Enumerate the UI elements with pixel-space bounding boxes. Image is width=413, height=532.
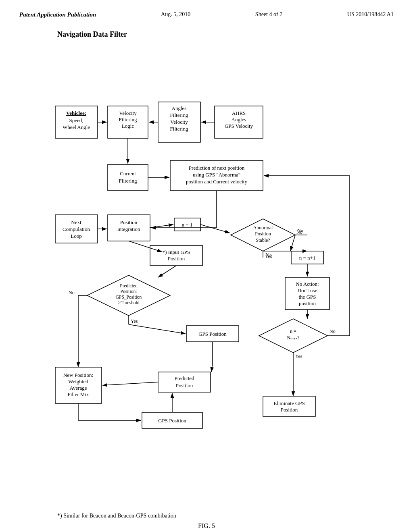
yes-text-pred: Yes: [131, 318, 138, 324]
pred-diamond-label4: >Threshold: [118, 300, 139, 305]
angles-label4: Filtering: [170, 126, 188, 132]
nmax-label2: Nₘₐₓ?: [287, 335, 300, 341]
flowchart-svg: Vehiclee: Speed, Wheel Angle Velocity Fi…: [33, 44, 380, 507]
vehiclee-label: Vehiclee:: [66, 110, 86, 116]
angles-label2: Filtering: [170, 112, 188, 118]
pos-int-label1: Position: [120, 219, 138, 225]
publication-date: Aug. 5, 2010: [161, 11, 190, 18]
no-action-label4: position: [299, 300, 316, 306]
publication-title: Patent Application Publication: [19, 11, 96, 18]
new-pos-label3: Average: [69, 385, 87, 391]
velocity-label2: Filtering: [119, 116, 137, 123]
yes-text-abnormal: Yes: [265, 254, 272, 259]
current-label2: Filtering: [119, 178, 137, 184]
sheet-number: Sheet 4 of 7: [255, 11, 282, 18]
pred-diamond-label3: GPS_Position: [116, 295, 142, 299]
angles-label3: Velocity: [170, 119, 188, 125]
nmax-label1: n =: [290, 328, 296, 334]
no-action-label2: Don't use: [298, 287, 317, 293]
no-text-abnormal: No: [296, 229, 302, 235]
gps-bot-label: GPS Position: [158, 418, 186, 424]
current-label1: Current: [120, 170, 136, 177]
arrow-gpspos-predpos: [211, 364, 213, 372]
arrow-inputgps-preddiamond: [158, 266, 176, 277]
vehiclee-wheel: Wheel Angle: [63, 124, 90, 130]
pred-diamond-label2: Position:: [121, 289, 137, 294]
pred-pos-label1: Predicted: [174, 375, 194, 381]
new-pos-label1: New Position:: [63, 372, 93, 378]
abnormal-label3: Stable?: [256, 237, 270, 243]
next-label1: Next: [71, 219, 81, 225]
velocity-label1: Velocity: [119, 110, 137, 116]
no-action-label1: No Action:: [296, 281, 319, 287]
input-gps-label1: *) Input GPS: [163, 249, 190, 255]
pred-label3: position and Current velocity: [186, 179, 248, 185]
fig-label: FIG. 5: [33, 522, 380, 530]
no-action-label3: the GPS: [299, 294, 316, 300]
diagram-area: Navigation Data Filter Vehiclee: Speed, …: [33, 30, 380, 494]
next-label2: Compulation: [63, 226, 90, 232]
pos-int-label2: Integration: [117, 226, 140, 232]
pred-pos-label2: Position: [176, 382, 193, 389]
patent-number: US 2010/198442 A1: [347, 11, 394, 18]
pred-label1: Prediction of next position: [189, 165, 245, 171]
arrow-abnormal-nplus1: [290, 235, 295, 251]
new-pos-label4: Filter Mix: [67, 391, 89, 397]
vehiclee-speed: Speed,: [69, 117, 83, 123]
no-text-nmax: No: [330, 328, 336, 334]
abnormal-label1: Abnormal: [253, 225, 273, 231]
new-pos-label2: Weighted: [68, 378, 88, 384]
diagram-title: Navigation Data Filter: [57, 30, 380, 39]
arrow-predpos-newpos: [102, 382, 158, 385]
abnormal-label2: Position: [255, 231, 271, 237]
angles-label1: Angles: [172, 105, 187, 111]
ahrs-label3: GPS Velocity: [225, 123, 253, 129]
eliminate-gps-box: [263, 396, 315, 416]
input-gps-label2: Position: [168, 256, 185, 262]
arrow-yes-gpspos: [129, 324, 186, 334]
yes-text-nmax: Yes: [295, 353, 302, 359]
no-text-pred: No: [69, 290, 75, 295]
elim-label1: Eliminate GPS: [273, 400, 305, 406]
next-label3: Loop: [71, 233, 81, 239]
arrow-n1-abnormal: [200, 224, 230, 233]
pred-label2: using GPS "Abnorma": [193, 172, 240, 178]
ahrs-label2: Angles: [232, 116, 246, 123]
elim-label2: Position: [281, 407, 298, 413]
footnote: *) Similar for Beacon and Beacon-GPS com…: [57, 513, 380, 519]
velocity-label3: Logic: [122, 123, 134, 129]
pred-diamond-label1: Predicted: [120, 283, 138, 288]
n-plus-1-label: n = n+1: [299, 255, 316, 261]
gps-mid-label: GPS Position: [198, 331, 227, 337]
ahrs-label1: AHRS: [232, 110, 246, 116]
n1-label: n = 1: [182, 222, 193, 228]
arrow-posint-n1: [150, 224, 173, 228]
